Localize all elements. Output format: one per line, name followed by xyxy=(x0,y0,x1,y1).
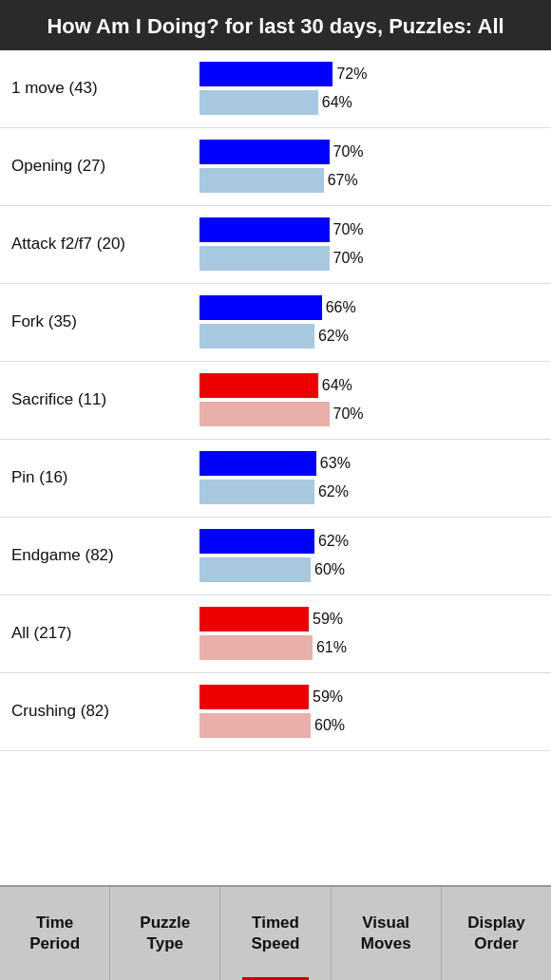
bar-primary xyxy=(200,607,309,631)
bar-line-2: 70% xyxy=(200,402,547,426)
bar-secondary xyxy=(200,480,314,504)
bar-primary xyxy=(200,217,330,242)
bar-line-2: 62% xyxy=(200,324,547,349)
bar-secondary-pct: 61% xyxy=(316,639,347,656)
bar-secondary xyxy=(200,713,311,738)
chart-row: Opening (27)70%67% xyxy=(0,128,551,206)
chart-row: Sacrifice (11)64%70% xyxy=(0,362,551,440)
bar-primary xyxy=(200,685,309,709)
bar-line-1: 59% xyxy=(200,685,547,709)
chart-row: Attack f2/f7 (20)70%70% xyxy=(0,206,551,284)
bar-secondary-pct: 64% xyxy=(322,94,352,111)
footer-btn-timed-speed[interactable]: Timed Speed xyxy=(220,887,331,980)
bars-container: 70%70% xyxy=(200,217,551,271)
bar-primary-pct: 63% xyxy=(320,455,351,472)
chart-row: Pin (16)63%62% xyxy=(0,440,551,518)
footer-btn-display-order[interactable]: Display Order xyxy=(442,887,551,980)
bar-secondary-pct: 70% xyxy=(333,250,364,267)
bar-line-2: 67% xyxy=(200,168,547,193)
footer-btn-time-period[interactable]: Time Period xyxy=(0,887,110,980)
bar-secondary xyxy=(200,402,330,426)
bars-container: 62%60% xyxy=(200,529,551,582)
bars-container: 72%64% xyxy=(200,62,551,115)
bar-secondary xyxy=(200,90,318,115)
bar-primary xyxy=(200,295,322,320)
bar-line-2: 64% xyxy=(200,90,547,115)
bar-line-2: 60% xyxy=(200,557,547,582)
bar-secondary-pct: 62% xyxy=(318,483,349,500)
bar-secondary-pct: 70% xyxy=(333,405,364,423)
row-label: Fork (35) xyxy=(0,312,200,331)
chart-row: 1 move (43)72%64% xyxy=(0,50,551,128)
bar-line-1: 70% xyxy=(200,217,547,242)
row-label: Endgame (82) xyxy=(0,546,200,565)
chart-row: Endgame (82)62%60% xyxy=(0,518,551,595)
bar-line-2: 61% xyxy=(200,635,547,660)
bars-container: 66%62% xyxy=(200,295,551,349)
bar-primary-pct: 66% xyxy=(326,299,356,316)
row-label: All (217) xyxy=(0,624,200,643)
bar-primary-pct: 64% xyxy=(322,377,352,394)
bar-primary-pct: 70% xyxy=(333,221,364,238)
bar-primary-pct: 62% xyxy=(318,533,349,550)
bar-line-2: 70% xyxy=(200,246,547,271)
chart-row: Fork (35)66%62% xyxy=(0,284,551,362)
bar-primary-pct: 59% xyxy=(313,611,343,628)
row-label: Attack f2/f7 (20) xyxy=(0,235,200,254)
footer-nav: Time PeriodPuzzle TypeTimed SpeedVisual … xyxy=(0,885,551,980)
header-title: How Am I Doing? for last 30 days, Puzzle… xyxy=(47,14,504,38)
bar-primary xyxy=(200,62,332,86)
page-header: How Am I Doing? for last 30 days, Puzzle… xyxy=(0,0,551,50)
bar-line-1: 70% xyxy=(200,140,547,164)
bar-secondary xyxy=(200,168,324,193)
bar-secondary-pct: 62% xyxy=(318,328,349,345)
bar-primary xyxy=(200,451,316,476)
bars-container: 59%61% xyxy=(200,607,551,660)
bar-primary-pct: 59% xyxy=(313,688,343,706)
bar-secondary xyxy=(200,246,330,271)
bar-secondary-pct: 60% xyxy=(314,561,345,578)
row-label: Crushing (82) xyxy=(0,702,200,721)
footer-btn-puzzle-type[interactable]: Puzzle Type xyxy=(110,887,220,980)
chart-area: 1 move (43)72%64%Opening (27)70%67%Attac… xyxy=(0,50,551,885)
bar-line-1: 63% xyxy=(200,451,547,476)
chart-row: All (217)59%61% xyxy=(0,595,551,673)
bar-secondary xyxy=(200,635,313,660)
bars-container: 64%70% xyxy=(200,373,551,426)
bars-container: 63%62% xyxy=(200,451,551,504)
bar-secondary xyxy=(200,324,314,349)
row-label: Sacrifice (11) xyxy=(0,390,200,409)
bar-secondary-pct: 67% xyxy=(328,172,358,189)
bar-line-1: 62% xyxy=(200,529,547,554)
bar-line-1: 72% xyxy=(200,62,547,86)
bar-line-2: 60% xyxy=(200,713,547,738)
row-label: Opening (27) xyxy=(0,157,200,176)
bar-line-1: 66% xyxy=(200,295,547,320)
chart-row: Crushing (82)59%60% xyxy=(0,673,551,751)
bar-primary xyxy=(200,373,318,398)
bar-primary-pct: 70% xyxy=(333,143,364,160)
row-label: Pin (16) xyxy=(0,468,200,487)
bar-line-1: 59% xyxy=(200,607,547,631)
bar-line-2: 62% xyxy=(200,480,547,504)
bar-primary-pct: 72% xyxy=(336,66,367,83)
bar-primary xyxy=(200,140,330,164)
bar-line-1: 64% xyxy=(200,373,547,398)
row-label: 1 move (43) xyxy=(0,79,200,98)
bar-secondary xyxy=(200,557,311,582)
bar-secondary-pct: 60% xyxy=(314,717,345,734)
footer-btn-visual-moves[interactable]: Visual Moves xyxy=(332,887,442,980)
bars-container: 59%60% xyxy=(200,685,551,738)
bar-primary xyxy=(200,529,314,554)
bars-container: 70%67% xyxy=(200,140,551,193)
